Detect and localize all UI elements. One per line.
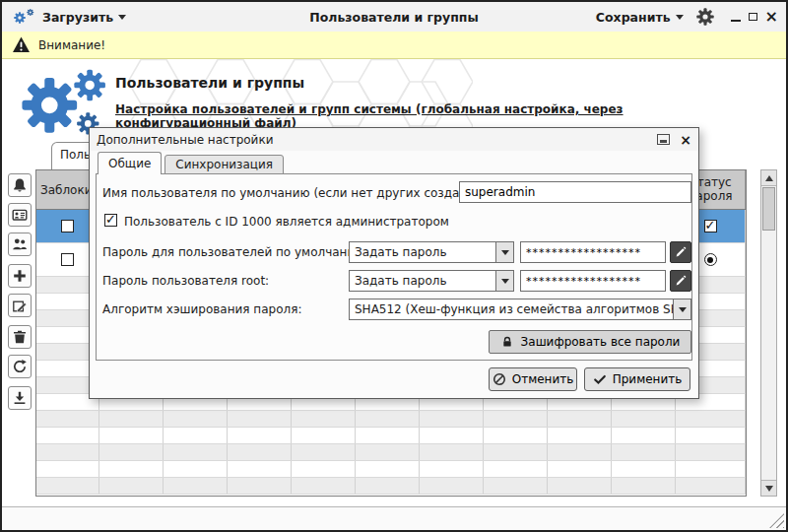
delete-icon (12, 329, 28, 345)
root-password-label: Пароль пользователя root: (102, 273, 269, 289)
edit-button[interactable] (8, 294, 32, 317)
dropdown-button[interactable] (495, 271, 513, 291)
root-password-input[interactable] (520, 270, 666, 292)
dialog-tab-sync[interactable]: Синхронизация (164, 155, 284, 174)
apply-button[interactable]: Применить (584, 367, 690, 391)
maximize-button[interactable] (749, 13, 757, 21)
user-card-button[interactable] (8, 203, 32, 227)
table-row (36, 461, 746, 478)
encrypt-all-button[interactable]: Зашифровать все пароли (489, 330, 691, 354)
app-titlebar: Загрузить Пользователи и группы Сохранит… (2, 2, 786, 33)
scroll-down-button[interactable] (761, 480, 776, 496)
refresh-icon (12, 359, 28, 374)
root-password-edit-button[interactable] (670, 270, 691, 292)
cancel-icon (492, 372, 506, 386)
close-button[interactable] (765, 11, 778, 23)
scroll-up-button[interactable] (761, 170, 776, 186)
table-row (36, 444, 746, 461)
page-title: Пользователи и группы (115, 75, 304, 91)
dialog-title: Дополнительные настройки (97, 133, 273, 147)
admin-id-checkbox[interactable] (104, 214, 117, 227)
pencil-icon (674, 274, 688, 288)
root-password-mode-value: Задать пароль (350, 271, 495, 291)
table-row (36, 478, 746, 495)
user-card-icon (12, 207, 28, 223)
export-icon (12, 390, 28, 406)
dialog-close-button[interactable] (680, 134, 691, 146)
caret-down-icon (679, 307, 687, 312)
export-button[interactable] (8, 386, 32, 410)
hash-algorithm-value: SHA512 (Хеш-функция из семейства алгорит… (350, 299, 673, 319)
notifications-button[interactable] (8, 173, 32, 197)
titlebar-right: Сохранить (596, 8, 786, 26)
table-row (36, 411, 746, 428)
add-button[interactable] (8, 264, 32, 288)
edit-icon (12, 298, 28, 313)
page-subtitle: Настройка пользователей и групп системы … (115, 102, 755, 130)
encrypt-all-label: Зашифровать все пароли (521, 335, 681, 349)
scrollbar-thumb[interactable] (762, 187, 775, 231)
status-bar (2, 506, 786, 530)
blocked-checkbox[interactable] (61, 220, 74, 233)
load-menu-button[interactable]: Загрузить (42, 10, 126, 25)
lock-icon (500, 335, 514, 349)
apply-label: Применить (613, 372, 683, 386)
advanced-settings-dialog: Дополнительные настройки Общие Синхрониз… (89, 127, 699, 399)
settings-gear-icon[interactable] (696, 8, 714, 26)
default-password-mode-select[interactable]: Задать пароль (349, 241, 514, 263)
password-status-checkbox[interactable] (704, 220, 717, 233)
save-menu-label: Сохранить (596, 10, 671, 25)
warning-text: Внимание! (38, 38, 105, 52)
default-password-edit-button[interactable] (670, 241, 691, 263)
default-username-label: Имя пользователя по умолчанию (если нет … (102, 185, 499, 201)
vertical-scrollbar[interactable] (760, 169, 777, 497)
caret-down-icon (501, 279, 509, 284)
hash-algorithm-label: Алгоритм хэширования пароля: (102, 301, 301, 317)
app-icon (10, 6, 35, 28)
app-window: Загрузить Пользователи и группы Сохранит… (0, 0, 788, 532)
cancel-button[interactable]: Отменить (489, 367, 577, 391)
main-content: Пользователи и группы Настройка пользова… (2, 59, 786, 506)
groups-icon (12, 236, 28, 252)
triangle-up-icon (765, 175, 773, 181)
dialog-minimize-button[interactable] (657, 134, 670, 145)
save-menu-button[interactable]: Сохранить (596, 10, 684, 25)
table-row (36, 428, 746, 444)
warning-icon (12, 36, 31, 53)
pencil-icon (674, 245, 688, 259)
cancel-label: Отменить (512, 372, 574, 386)
apply-icon (593, 372, 607, 386)
default-password-label: Пароль для пользователей по умолчанию: (102, 244, 368, 260)
groups-button[interactable] (8, 233, 32, 256)
dropdown-button[interactable] (495, 242, 513, 262)
caret-down-icon (118, 15, 126, 20)
warning-banner: Внимание! (2, 32, 786, 59)
add-icon (12, 268, 28, 284)
load-menu-label: Загрузить (42, 10, 113, 25)
resize-grip[interactable] (769, 513, 784, 528)
blocked-checkbox[interactable] (61, 253, 74, 266)
default-password-input[interactable] (520, 241, 666, 263)
titlebar-left: Загрузить (2, 6, 126, 28)
password-status-radio[interactable] (704, 253, 717, 266)
default-username-input[interactable] (459, 181, 691, 203)
dialog-tab-general[interactable]: Общие (98, 152, 162, 174)
default-password-mode-value: Задать пароль (350, 242, 495, 262)
minimize-button[interactable] (731, 12, 741, 22)
dialog-tab-panel: Имя пользователя по умолчанию (если нет … (96, 173, 692, 361)
dialog-titlebar[interactable]: Дополнительные настройки (90, 128, 698, 151)
window-controls (731, 11, 778, 23)
delete-button[interactable] (8, 325, 32, 349)
caret-down-icon (501, 250, 509, 255)
dropdown-button[interactable] (673, 299, 690, 319)
root-password-mode-select[interactable]: Задать пароль (349, 270, 514, 292)
refresh-button[interactable] (8, 355, 32, 378)
dialog-tabs: Общие Синхронизация (98, 152, 287, 174)
caret-down-icon (676, 15, 684, 20)
admin-id-label: Пользователь с ID 1000 является админист… (124, 214, 449, 230)
notifications-icon (12, 177, 28, 193)
hash-algorithm-select[interactable]: SHA512 (Хеш-функция из семейства алгорит… (349, 299, 691, 320)
triangle-down-icon (765, 486, 773, 492)
